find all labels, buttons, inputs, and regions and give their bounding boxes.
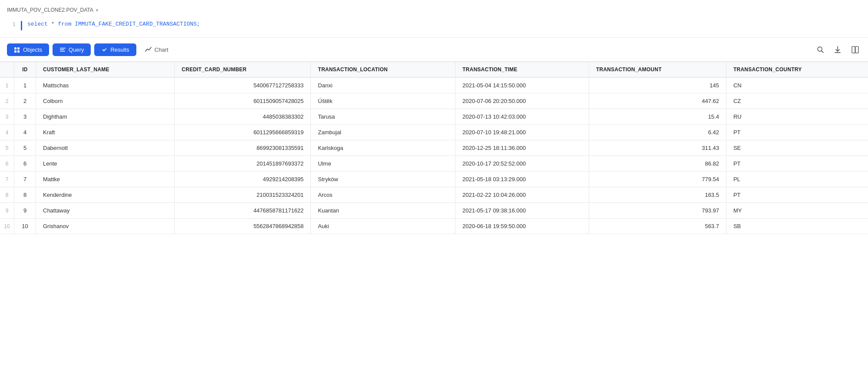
table-row: 55Dabernott869923081335591Karlskoga2020-… xyxy=(0,140,868,156)
table-row: 66Lente201451897693372Ulme2020-10-17 20:… xyxy=(0,156,868,172)
table-name: IMMUTA_FAKE_CREDIT_CARD_TRANSACTIONS; xyxy=(75,21,200,27)
table-row: 1010Grishanov5562847868942858Auki2020-06… xyxy=(0,219,868,234)
table-row: 33Dightham4485038383302Tarusa2020-07-13 … xyxy=(0,109,868,125)
keyword-select: select xyxy=(27,21,48,27)
col-header-customer-last-name: CUSTOMER_LAST_NAME xyxy=(36,62,175,78)
cell-id: 8 xyxy=(14,187,36,203)
cell-transaction-country: PL xyxy=(726,172,868,187)
cell-transaction-location: Danxi xyxy=(311,77,455,93)
toolbar-left: Objects Query Results Chart xyxy=(7,43,174,56)
svg-rect-3 xyxy=(17,50,20,53)
row-number-cell: 10 xyxy=(0,219,14,234)
cell-transaction-country: SE xyxy=(726,140,868,156)
cell-transaction-amount: 6.42 xyxy=(589,125,726,140)
table-row: 22Colborn6011509057428025Úštěk2020-07-06… xyxy=(0,93,868,109)
svg-rect-6 xyxy=(60,51,65,52)
chart-button[interactable]: Chart xyxy=(140,43,174,56)
cell-customer-last-name: Chattaway xyxy=(36,203,175,219)
cell-transaction-country: MY xyxy=(726,203,868,219)
cell-transaction-country: PT xyxy=(726,156,868,172)
query-icon xyxy=(59,46,66,53)
svg-rect-5 xyxy=(60,49,64,50)
split-panel-icon[interactable] xyxy=(849,43,861,56)
cell-transaction-time: 2021-05-17 09:38:16.000 xyxy=(455,203,589,219)
search-icon[interactable] xyxy=(814,43,826,56)
cell-transaction-amount: 563.7 xyxy=(589,219,726,234)
cell-transaction-time: 2020-12-25 18:11:36.000 xyxy=(455,140,589,156)
cell-transaction-amount: 447.62 xyxy=(589,93,726,109)
cell-transaction-amount: 793.97 xyxy=(589,203,726,219)
cell-transaction-amount: 145 xyxy=(589,77,726,93)
code-star: * xyxy=(51,21,58,27)
svg-rect-0 xyxy=(14,47,17,50)
table-row: 88Kenderdine210031523324201Arcos2021-02-… xyxy=(0,187,868,203)
row-number-cell: 1 xyxy=(0,77,14,93)
cell-transaction-location: Arcos xyxy=(311,187,455,203)
cell-customer-last-name: Mattschas xyxy=(36,77,175,93)
table-row: 99Chattaway4476858781171622Kuantan2021-0… xyxy=(0,203,868,219)
svg-rect-11 xyxy=(852,46,855,53)
cell-id: 2 xyxy=(14,93,36,109)
cell-transaction-amount: 779.54 xyxy=(589,172,726,187)
table-body: 11Mattschas5400677127258333Danxi2021-05-… xyxy=(0,77,868,234)
chart-icon xyxy=(145,46,152,53)
query-button[interactable]: Query xyxy=(53,43,91,56)
results-button[interactable]: Results xyxy=(94,43,136,56)
row-number-cell: 9 xyxy=(0,203,14,219)
cell-id: 4 xyxy=(14,125,36,140)
cell-customer-last-name: Kraft xyxy=(36,125,175,140)
cell-customer-last-name: Dabernott xyxy=(36,140,175,156)
cell-transaction-country: RU xyxy=(726,109,868,125)
cell-id: 9 xyxy=(14,203,36,219)
cell-transaction-amount: 15.4 xyxy=(589,109,726,125)
cell-credit-card-number: 201451897693372 xyxy=(175,156,311,172)
cell-transaction-amount: 163.5 xyxy=(589,187,726,203)
cell-credit-card-number: 4476858781171622 xyxy=(175,203,311,219)
results-icon xyxy=(101,46,108,53)
keyword-from: from xyxy=(58,21,71,27)
table-header: ID CUSTOMER_LAST_NAME CREDIT_CARD_NUMBER… xyxy=(0,62,868,78)
cell-customer-last-name: Lente xyxy=(36,156,175,172)
cell-transaction-location: Kuantan xyxy=(311,203,455,219)
cell-transaction-country: CN xyxy=(726,77,868,93)
objects-button[interactable]: Objects xyxy=(7,43,49,56)
cell-id: 7 xyxy=(14,172,36,187)
code-content[interactable]: select * from IMMUTA_FAKE_CREDIT_CARD_TR… xyxy=(27,20,200,29)
col-header-transaction-country: TRANSACTION_COUNTRY xyxy=(726,62,868,78)
cell-transaction-time: 2020-07-10 19:48:21.000 xyxy=(455,125,589,140)
cell-transaction-time: 2020-06-18 19:59:50.000 xyxy=(455,219,589,234)
cell-credit-card-number: 6011295666859319 xyxy=(175,125,311,140)
cell-transaction-time: 2020-10-17 20:52:52.000 xyxy=(455,156,589,172)
cell-transaction-location: Zambujal xyxy=(311,125,455,140)
svg-line-8 xyxy=(822,51,823,53)
svg-rect-12 xyxy=(855,46,858,53)
cell-customer-last-name: Mattke xyxy=(36,172,175,187)
objects-icon xyxy=(14,46,20,53)
cell-transaction-location: Úštěk xyxy=(311,93,455,109)
cell-transaction-time: 2021-02-22 10:04:26.000 xyxy=(455,187,589,203)
svg-rect-2 xyxy=(14,50,17,53)
database-selector[interactable]: IMMUTA_POV_CLONE2.POV_DATA ▾ xyxy=(0,5,868,17)
cell-transaction-time: 2020-07-13 10:42:03.000 xyxy=(455,109,589,125)
download-icon[interactable] xyxy=(832,43,844,56)
database-name: IMMUTA_POV_CLONE2.POV_DATA xyxy=(7,7,93,13)
code-line-1: 1 select * from IMMUTA_FAKE_CREDIT_CARD_… xyxy=(0,20,868,30)
cell-credit-card-number: 5400677127258333 xyxy=(175,77,311,93)
cell-transaction-country: CZ xyxy=(726,93,868,109)
cell-credit-card-number: 6011509057428025 xyxy=(175,93,311,109)
cell-credit-card-number: 4929214208395 xyxy=(175,172,311,187)
row-number-cell: 3 xyxy=(0,109,14,125)
cell-transaction-location: Auki xyxy=(311,219,455,234)
cell-customer-last-name: Dightham xyxy=(36,109,175,125)
cell-transaction-time: 2021-05-04 14:15:50.000 xyxy=(455,77,589,93)
code-editor: 1 select * from IMMUTA_FAKE_CREDIT_CARD_… xyxy=(0,17,868,34)
row-num-header xyxy=(0,62,14,78)
svg-rect-1 xyxy=(17,47,20,50)
cell-id: 1 xyxy=(14,77,36,93)
cell-credit-card-number: 5562847868942858 xyxy=(175,219,311,234)
row-number-cell: 7 xyxy=(0,172,14,187)
table-container: ID CUSTOMER_LAST_NAME CREDIT_CARD_NUMBER… xyxy=(0,62,868,234)
chevron-down-icon: ▾ xyxy=(96,8,98,13)
cell-transaction-location: Tarusa xyxy=(311,109,455,125)
row-number-cell: 8 xyxy=(0,187,14,203)
